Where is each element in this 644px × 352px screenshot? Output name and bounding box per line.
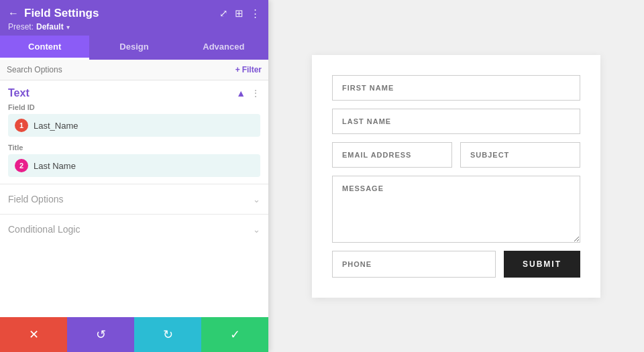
redo-button[interactable]: ↻ bbox=[134, 317, 201, 352]
title-group: Title 2 Last Name bbox=[0, 143, 268, 184]
left-panel: ← Field Settings ⤢ ⊞ ⋮ Preset: Default ▾… bbox=[0, 0, 268, 352]
right-panel: SUBMIT bbox=[268, 0, 644, 352]
form-card: SUBMIT bbox=[312, 55, 600, 298]
cancel-button[interactable]: ✕ bbox=[0, 317, 67, 352]
action-bar: ✕ ↺ ↻ ✓ bbox=[0, 317, 268, 352]
email-input[interactable] bbox=[332, 142, 452, 168]
search-input[interactable] bbox=[7, 65, 230, 74]
phone-submit-row: SUBMIT bbox=[332, 251, 580, 278]
preset-caret-icon: ▾ bbox=[66, 23, 70, 31]
field-id-group: Field ID 1 Last_Name bbox=[0, 103, 268, 143]
expand-button[interactable]: ⤢ bbox=[219, 7, 228, 19]
preset-label: Preset: bbox=[8, 22, 34, 32]
title-badge: 2 bbox=[15, 159, 28, 172]
field-options-title: Field Options bbox=[8, 194, 63, 204]
submit-button[interactable]: SUBMIT bbox=[504, 251, 580, 278]
preset-row: Preset: Default ▾ bbox=[8, 22, 260, 32]
tab-advanced[interactable]: Advanced bbox=[179, 36, 268, 60]
panel-header: ← Field Settings ⤢ ⊞ ⋮ Preset: Default ▾ bbox=[0, 0, 268, 36]
tabs-row: Content Design Advanced bbox=[0, 36, 268, 60]
collapse-icon[interactable]: ▲ bbox=[236, 88, 246, 99]
field-id-value: Last_Name bbox=[34, 121, 78, 131]
title-label: Title bbox=[8, 143, 260, 152]
first-name-input[interactable] bbox=[332, 75, 580, 101]
header-actions: ⤢ ⊞ ⋮ bbox=[219, 7, 260, 19]
panel-content: Text ▲ ⋮ Field ID 1 Last_Name Title 2 La… bbox=[0, 80, 268, 352]
save-button[interactable]: ✓ bbox=[201, 317, 268, 352]
panel-title-text: Field Settings bbox=[24, 7, 99, 20]
undo-button[interactable]: ↺ bbox=[67, 317, 134, 352]
tab-content[interactable]: Content bbox=[0, 36, 89, 60]
field-id-label: Field ID bbox=[8, 103, 260, 111]
phone-input[interactable] bbox=[332, 251, 496, 278]
section-more-icon[interactable]: ⋮ bbox=[251, 88, 260, 99]
email-subject-row bbox=[332, 142, 580, 168]
subject-input[interactable] bbox=[460, 142, 580, 168]
message-row bbox=[332, 176, 580, 243]
search-row: + Filter bbox=[0, 60, 268, 80]
field-options-caret-icon: ⌄ bbox=[253, 194, 260, 204]
message-textarea[interactable] bbox=[332, 176, 580, 243]
text-section-header: Text ▲ ⋮ bbox=[0, 80, 268, 103]
filter-plus-icon: + bbox=[235, 65, 240, 74]
title-value-row: 2 Last Name bbox=[8, 154, 260, 177]
conditional-logic-section: Conditional Logic ⌄ bbox=[0, 214, 268, 244]
tab-design[interactable]: Design bbox=[89, 36, 178, 60]
filter-button[interactable]: + Filter bbox=[235, 65, 262, 74]
text-section-title: Text bbox=[8, 87, 30, 99]
field-options-header[interactable]: Field Options ⌄ bbox=[8, 184, 260, 214]
filter-label: Filter bbox=[242, 65, 262, 74]
field-options-section: Field Options ⌄ bbox=[0, 184, 268, 214]
preset-dropdown[interactable]: Default bbox=[36, 22, 64, 32]
back-icon[interactable]: ← bbox=[8, 7, 19, 19]
title-value: Last Name bbox=[34, 161, 76, 171]
field-id-value-row: 1 Last_Name bbox=[8, 114, 260, 137]
last-name-row bbox=[332, 109, 580, 134]
layout-button[interactable]: ⊞ bbox=[235, 7, 244, 19]
more-button[interactable]: ⋮ bbox=[250, 7, 260, 19]
section-actions: ▲ ⋮ bbox=[236, 88, 260, 99]
panel-title: ← Field Settings bbox=[8, 7, 99, 20]
field-id-badge: 1 bbox=[15, 119, 28, 132]
conditional-logic-caret-icon: ⌄ bbox=[253, 225, 260, 235]
first-name-row bbox=[332, 75, 580, 101]
last-name-input[interactable] bbox=[332, 109, 580, 134]
conditional-logic-header[interactable]: Conditional Logic ⌄ bbox=[8, 215, 260, 244]
conditional-logic-title: Conditional Logic bbox=[8, 224, 80, 235]
